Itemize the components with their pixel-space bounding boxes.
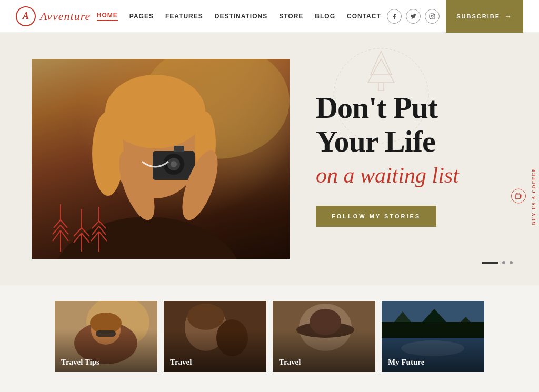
- svg-rect-18: [174, 146, 184, 152]
- hero-section: Don't Put Your Life on a waiting list FO…: [0, 33, 539, 285]
- logo-text: Avventure: [40, 9, 91, 23]
- nav-blog[interactable]: BLOG: [315, 13, 335, 20]
- header: A Avventure HOME PAGES FEATURES DESTINAT…: [0, 0, 539, 33]
- svg-point-12: [92, 112, 124, 196]
- svg-rect-0: [430, 14, 435, 19]
- card-label-3: Travel: [279, 358, 301, 367]
- twitter-icon[interactable]: [406, 9, 421, 24]
- svg-point-2: [434, 14, 434, 15]
- trees-decoration: [47, 199, 111, 254]
- card-travel-tips[interactable]: Travel Tips: [55, 301, 157, 372]
- instagram-icon[interactable]: [425, 9, 440, 24]
- hero-title: Don't Put Your Life: [316, 91, 513, 158]
- sidebar-text: BUY US A COFFEE: [531, 167, 536, 225]
- hero-cta-button[interactable]: FOLLOW MY STORIES: [316, 206, 436, 227]
- svg-marker-5: [368, 59, 394, 83]
- card-label-2: Travel: [170, 358, 192, 367]
- subscribe-arrow: →: [504, 12, 513, 21]
- nav-destinations[interactable]: DESTINATIONS: [215, 13, 267, 20]
- main-nav: HOME PAGES FEATURES DESTINATIONS STORE B…: [97, 12, 381, 21]
- sidebar-coffee-icon[interactable]: [511, 189, 526, 204]
- nav-pages[interactable]: PAGES: [129, 13, 154, 20]
- svg-marker-4: [371, 51, 392, 75]
- subscribe-button[interactable]: SUBSCRIBE →: [446, 0, 523, 33]
- svg-line-36: [91, 232, 99, 241]
- card-travel-3[interactable]: Travel: [273, 301, 375, 372]
- nav-home[interactable]: HOME: [97, 12, 118, 21]
- slide-indicators: [482, 261, 513, 264]
- slide-indicator-1[interactable]: [482, 262, 498, 264]
- hero-subtitle: on a waiting list: [316, 161, 513, 190]
- svg-point-17: [171, 161, 177, 167]
- card-label-1: Travel Tips: [61, 358, 99, 367]
- logo-area: A Avventure: [16, 6, 91, 26]
- facebook-icon[interactable]: [387, 9, 402, 24]
- slide-indicator-2[interactable]: [502, 261, 505, 264]
- nav-contact[interactable]: CONTACT: [347, 13, 381, 20]
- slide-indicator-3[interactable]: [510, 261, 513, 264]
- cards-section: Travel Tips Travel Travel: [0, 285, 539, 383]
- right-sidebar: BUY US A COFFEE: [508, 162, 539, 230]
- card-travel-2[interactable]: Travel: [164, 301, 266, 372]
- hero-content: Don't Put Your Life on a waiting list FO…: [316, 91, 513, 226]
- nav-features[interactable]: FEATURES: [165, 13, 203, 20]
- svg-line-37: [99, 232, 107, 241]
- logo-icon: A: [16, 6, 36, 26]
- hero-image-container: [32, 59, 290, 259]
- card-my-future[interactable]: My Future: [382, 301, 484, 372]
- svg-rect-6: [378, 83, 384, 91]
- card-label-4: My Future: [388, 358, 424, 367]
- nav-store[interactable]: STORE: [279, 13, 303, 20]
- social-icons: [387, 9, 440, 24]
- svg-point-1: [431, 15, 433, 17]
